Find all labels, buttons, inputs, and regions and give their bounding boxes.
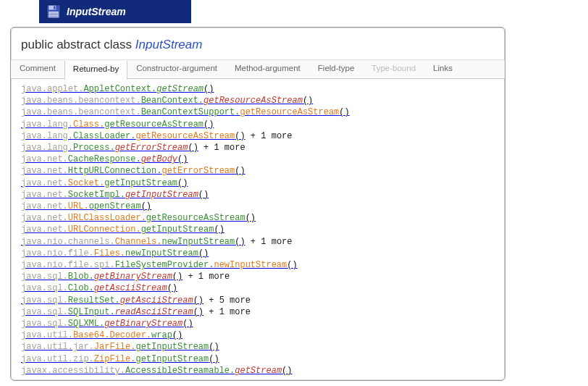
result-row: java.sql.ResultSet.getAsciiStream() + 5 … xyxy=(21,295,495,306)
result-link[interactable]: java.net.URL.openStream() xyxy=(21,201,151,211)
result-link[interactable]: java.util.Base64.Decoder.wrap() xyxy=(21,330,182,340)
result-row: java.beans.beancontext.BeanContext.getRe… xyxy=(21,95,495,106)
more-count: + 1 more xyxy=(198,143,245,153)
result-link[interactable]: java.nio.channels.Channels.newInputStrea… xyxy=(21,237,245,247)
result-link[interactable]: java.sql.ResultSet.getAsciiStream() xyxy=(21,295,203,306)
result-link[interactable]: java.nio.file.spi.FileSystemProvider.new… xyxy=(21,260,298,270)
svg-rect-2 xyxy=(54,7,56,9)
result-link[interactable]: java.beans.beancontext.BeanContext.getRe… xyxy=(21,96,313,106)
result-row: java.sql.Clob.getAsciiStream() xyxy=(21,282,495,294)
result-link[interactable]: java.nio.file.Files.newInputStream() xyxy=(21,248,209,259)
result-link[interactable]: java.sql.Clob.getAsciiStream() xyxy=(21,283,177,293)
svg-rect-4 xyxy=(49,13,58,14)
result-link[interactable]: java.sql.SQLXML.getBinaryStream() xyxy=(21,319,193,329)
section-tab-returned-by[interactable]: Returned-by xyxy=(64,61,127,80)
result-link[interactable]: java.lang.Class.getResourceAsStream() xyxy=(21,119,214,130)
result-row: javax.accessibility.AccessibleStreamable… xyxy=(21,365,495,377)
result-link[interactable]: java.net.CacheResponse.getBody() xyxy=(21,154,188,164)
window-tab[interactable]: InputStream xyxy=(39,0,191,23)
result-row: java.net.SocketImpl.getInputStream() xyxy=(21,189,495,201)
result-row: java.beans.beancontext.BeanContextSuppor… xyxy=(21,106,495,118)
floppy-icon xyxy=(46,4,61,19)
result-link[interactable]: java.util.zip.ZipFile.getInputStream() xyxy=(21,354,219,364)
result-row: java.nio.channels.Channels.newInputStrea… xyxy=(21,236,495,248)
result-row: java.net.HttpURLConnection.getErrorStrea… xyxy=(21,165,495,177)
section-tab-type-bound: Type-bound xyxy=(363,60,424,78)
result-row: java.sql.SQLXML.getBinaryStream() xyxy=(21,318,495,330)
result-link[interactable]: java.net.URLConnection.getInputStream() xyxy=(21,225,224,235)
section-tab-method-argument[interactable]: Method-argument xyxy=(226,60,309,78)
section-tab-field-type[interactable]: Field-type xyxy=(309,60,364,78)
result-row: java.lang.ClassLoader.getResourceAsStrea… xyxy=(21,130,495,142)
doc-panel: public abstract class InputStream Commen… xyxy=(10,27,505,381)
result-link[interactable]: java.sql.SQLInput.readAsciiStream() xyxy=(21,307,203,317)
more-count: + 1 more xyxy=(182,272,230,282)
results-list-wrap: java.applet.AppletContext.getStream()jav… xyxy=(11,79,505,380)
result-row: java.net.CacheResponse.getBody() xyxy=(21,154,495,165)
result-row: java.net.URLConnection.getInputStream() xyxy=(21,224,495,235)
result-row: java.net.URL.openStream() xyxy=(21,201,495,212)
more-count: + 1 more xyxy=(245,237,293,247)
svg-rect-6 xyxy=(49,17,58,17)
result-link[interactable]: javax.accessibility.AccessibleStreamable… xyxy=(21,366,292,376)
result-link[interactable]: java.net.HttpURLConnection.getErrorStrea… xyxy=(21,166,245,176)
result-link[interactable]: java.applet.AppletContext.getStream() xyxy=(21,84,214,94)
svg-rect-5 xyxy=(49,14,58,15)
section-tab-links[interactable]: Links xyxy=(424,60,461,78)
result-row: java.sql.Blob.getBinaryStream() + 1 more xyxy=(21,271,495,282)
results-list[interactable]: java.applet.AppletContext.getStream()jav… xyxy=(11,79,497,380)
result-row: java.util.jar.JarFile.getInputStream() xyxy=(21,341,495,353)
more-count: + 1 more xyxy=(203,307,251,317)
result-link[interactable]: java.lang.ClassLoader.getResourceAsStrea… xyxy=(21,131,245,141)
result-row: java.nio.file.spi.FileSystemProvider.new… xyxy=(21,259,495,271)
result-row: java.sql.SQLInput.readAsciiStream() + 1 … xyxy=(21,306,495,318)
more-count: + 5 more xyxy=(203,295,251,306)
section-tabs: CommentReturned-byConstructor-argumentMe… xyxy=(11,60,505,79)
section-tab-comment[interactable]: Comment xyxy=(11,60,64,78)
result-row: java.util.zip.ZipFile.getInputStream() xyxy=(21,353,495,365)
result-row: java.lang.Class.getResourceAsStream() xyxy=(21,119,495,130)
result-link[interactable]: java.net.URLClassLoader.getResourceAsStr… xyxy=(21,213,256,223)
result-row: java.lang.Process.getErrorStream() + 1 m… xyxy=(21,142,495,154)
result-link[interactable]: java.net.Socket.getInputStream() xyxy=(21,178,188,188)
more-count: + 1 more xyxy=(245,131,293,141)
result-row: java.net.URLClassLoader.getResourceAsStr… xyxy=(21,212,495,224)
result-row: java.nio.file.Files.newInputStream() xyxy=(21,248,495,259)
result-link[interactable]: java.lang.Process.getErrorStream() xyxy=(21,143,198,153)
result-row: java.applet.AppletContext.getStream() xyxy=(21,83,495,95)
class-prefix: public abstract class xyxy=(21,38,135,51)
result-row: java.net.Socket.getInputStream() xyxy=(21,177,495,189)
result-link[interactable]: java.beans.beancontext.BeanContextSuppor… xyxy=(21,107,350,117)
class-name: InputStream xyxy=(135,38,203,51)
result-link[interactable]: java.net.SocketImpl.getInputStream() xyxy=(21,190,209,200)
result-link[interactable]: java.util.jar.JarFile.getInputStream() xyxy=(21,342,219,352)
section-tab-constructor-argument[interactable]: Constructor-argument xyxy=(127,60,226,78)
result-link[interactable]: java.sql.Blob.getBinaryStream() xyxy=(21,272,182,282)
result-row: java.util.Base64.Decoder.wrap() xyxy=(21,330,495,341)
window-tab-title: InputStream xyxy=(67,6,126,17)
class-declaration: public abstract class InputStream xyxy=(11,28,505,60)
